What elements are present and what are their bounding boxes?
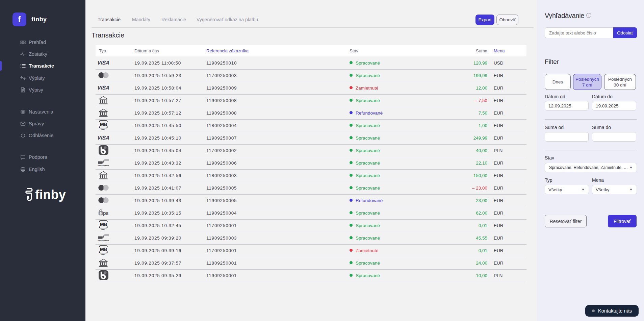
svg-text:MB: MB bbox=[100, 222, 107, 227]
svg-text:Bancontact: Bancontact bbox=[98, 239, 109, 242]
svg-text:WAY: WAY bbox=[101, 253, 105, 255]
svg-text:MB: MB bbox=[100, 122, 107, 127]
svg-text:Bancontact: Bancontact bbox=[98, 164, 109, 167]
svg-text:WAY: WAY bbox=[101, 228, 105, 230]
svg-text:WAY: WAY bbox=[101, 128, 105, 130]
svg-text:ps: ps bbox=[103, 210, 108, 216]
svg-text:e: e bbox=[100, 211, 102, 216]
svg-text:MB: MB bbox=[100, 247, 107, 252]
svg-text:i: i bbox=[589, 14, 589, 17]
